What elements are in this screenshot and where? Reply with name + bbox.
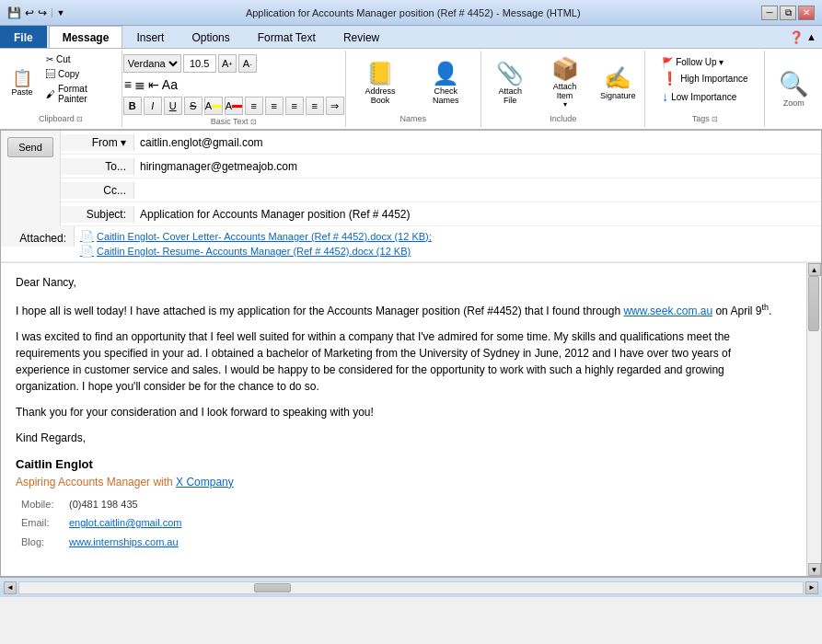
- title-bar: 💾 ↩ ↪ | ▼ Application for Accounts Manag…: [0, 0, 822, 26]
- minimize-ribbon-icon[interactable]: ▲: [806, 31, 816, 42]
- include-group: 📎 Attach File 📦 Attach Item ▾ ✍ Signatur…: [481, 51, 645, 127]
- sig-title: Aspiring Accounts Manager with X Company: [16, 474, 788, 490]
- restore-button[interactable]: ⧉: [780, 6, 796, 20]
- tab-insert[interactable]: Insert: [122, 26, 178, 48]
- undo-icon[interactable]: ↩: [25, 6, 34, 19]
- send-button[interactable]: Send: [7, 137, 53, 157]
- signature-button[interactable]: ✍ Signature: [595, 63, 641, 104]
- tags-dialog-icon[interactable]: ⊡: [712, 115, 718, 123]
- clipboard-small-btns: ✂ Cut ⿳ Copy 🖌 Format Painter: [42, 52, 118, 114]
- align-left-button[interactable]: ≡: [245, 97, 263, 115]
- cc-input[interactable]: [134, 182, 821, 199]
- signature-icon: ✍: [604, 67, 631, 89]
- cc-button[interactable]: Cc...: [61, 182, 134, 199]
- align-right-button[interactable]: ≡: [285, 97, 304, 115]
- align-center-button[interactable]: ≡: [265, 97, 284, 115]
- scroll-down-button[interactable]: ▼: [808, 563, 821, 576]
- font-shrink-button[interactable]: A-: [238, 54, 257, 73]
- greeting: Dear Nancy,: [16, 274, 788, 291]
- status-bar: ◄ ►: [0, 577, 822, 597]
- vertical-scrollbar[interactable]: ▲ ▼: [806, 263, 821, 576]
- sig-company-link[interactable]: X Company: [176, 476, 234, 489]
- scroll-thumb[interactable]: [808, 276, 819, 331]
- low-importance-button[interactable]: ↓ Low Importance: [660, 88, 749, 105]
- include-inner: 📎 Attach File 📦 Attach Item ▾ ✍ Signatur…: [485, 52, 641, 114]
- paste-label: Paste: [11, 87, 32, 97]
- scroll-up-button[interactable]: ▲: [808, 263, 821, 276]
- check-names-button[interactable]: 👤 Check Names: [415, 59, 478, 109]
- format-painter-label: Format Painter: [58, 84, 114, 104]
- zoom-label: Zoom: [783, 98, 805, 108]
- cut-button[interactable]: ✂ Cut: [42, 52, 118, 66]
- font-family-select[interactable]: Verdana: [123, 54, 181, 73]
- italic-button[interactable]: I: [144, 97, 162, 115]
- follow-up-button[interactable]: 🚩 Follow Up ▾: [660, 56, 749, 68]
- basic-text-dialog-icon[interactable]: ⊡: [250, 118, 257, 126]
- redo-icon[interactable]: ↪: [38, 6, 47, 19]
- subject-text: Subject:: [87, 208, 126, 221]
- tab-format-text[interactable]: Format Text: [244, 26, 330, 48]
- sig-email-link[interactable]: englot.caitlin@gmail.com: [69, 517, 181, 528]
- message-body[interactable]: Dear Nancy, I hope all is well today! I …: [1, 263, 806, 576]
- styles-icon[interactable]: Aa: [161, 76, 179, 93]
- paste-button[interactable]: 📋 Paste: [4, 52, 41, 114]
- strikethrough-button[interactable]: S: [184, 97, 203, 115]
- close-button[interactable]: ✕: [798, 6, 815, 20]
- address-book-button[interactable]: 📒 Address Book: [350, 59, 411, 109]
- window-title: Application for Accounts Manager positio…: [65, 7, 761, 18]
- from-button[interactable]: From ▾: [61, 134, 134, 151]
- font-color-button[interactable]: A: [225, 97, 243, 115]
- qat-dropdown[interactable]: ▼: [57, 8, 65, 17]
- blog-label: Blog:: [17, 534, 64, 551]
- copy-label: Copy: [58, 69, 79, 79]
- paragraph2: I was excited to find an opportunity tha…: [16, 328, 788, 395]
- message-container: Send From ▾ To...: [0, 130, 822, 577]
- font-grow-button[interactable]: A+: [218, 54, 237, 73]
- minimize-button[interactable]: ─: [761, 6, 778, 20]
- tab-file[interactable]: File: [0, 26, 47, 48]
- copy-button[interactable]: ⿳ Copy: [42, 67, 118, 81]
- zoom-button[interactable]: 🔍 Zoom: [775, 66, 812, 111]
- save-icon[interactable]: 💾: [7, 6, 21, 19]
- check-names-icon: 👤: [432, 63, 459, 85]
- justify-button[interactable]: ≡: [306, 97, 324, 115]
- tab-message[interactable]: Message: [49, 26, 123, 48]
- basic-text-label: Basic Text ⊡: [211, 117, 257, 128]
- tab-review[interactable]: Review: [330, 26, 393, 48]
- list-number-icon[interactable]: ≣: [133, 76, 146, 93]
- mobile-value: (0)481 198 435: [65, 496, 185, 513]
- list-bullet-icon[interactable]: ≡: [123, 76, 133, 93]
- attach-file-icon: 📎: [496, 63, 524, 85]
- scroll-left-button[interactable]: ◄: [4, 581, 17, 594]
- attachment2-link[interactable]: 📄 Caitlin Englot- Resume- Accounts Manag…: [80, 245, 432, 258]
- attachment1-text: Caitlin Englot- Cover Letter- Accounts M…: [97, 231, 432, 242]
- format-painter-button[interactable]: 🖌 Format Painter: [42, 82, 118, 106]
- horizontal-scrollbar[interactable]: [18, 581, 804, 594]
- font-size-input[interactable]: [183, 54, 216, 73]
- attachment1-link[interactable]: 📄 Caitlin Englot- Cover Letter- Accounts…: [80, 230, 432, 243]
- p1-start: I hope all is well today! I have attache…: [16, 305, 623, 317]
- attach-file-button[interactable]: 📎 Attach File: [485, 59, 535, 109]
- h-scroll-thumb[interactable]: [254, 583, 291, 592]
- tags-label: Tags ⊡: [692, 114, 718, 125]
- scroll-right-button[interactable]: ►: [805, 581, 818, 594]
- help-icon[interactable]: ❓: [789, 30, 804, 44]
- subject-input[interactable]: [134, 206, 821, 223]
- bold-button[interactable]: B: [123, 97, 142, 115]
- highlight-color-button[interactable]: A: [204, 97, 223, 115]
- to-input[interactable]: [134, 158, 821, 175]
- rtl-button[interactable]: ⇒: [326, 97, 344, 115]
- sig-blog-link[interactable]: www.internships.com.au: [69, 536, 179, 547]
- font-row1: Verdana A+ A-: [123, 54, 344, 73]
- from-input[interactable]: [134, 134, 821, 151]
- underline-button[interactable]: U: [164, 97, 182, 115]
- clipboard-dialog-icon[interactable]: ⊡: [76, 115, 83, 123]
- tab-options[interactable]: Options: [178, 26, 243, 48]
- header-with-send: Send From ▾ To...: [1, 131, 821, 226]
- paragraph1: I hope all is well today! I have attache…: [16, 302, 788, 319]
- to-button[interactable]: To...: [61, 158, 134, 175]
- high-importance-button[interactable]: ❗ High Importance: [660, 70, 749, 86]
- decrease-indent-icon[interactable]: ⇤: [147, 76, 160, 93]
- seek-link[interactable]: www.seek.com.au: [623, 305, 712, 317]
- attach-item-button[interactable]: 📦 Attach Item ▾: [538, 54, 591, 112]
